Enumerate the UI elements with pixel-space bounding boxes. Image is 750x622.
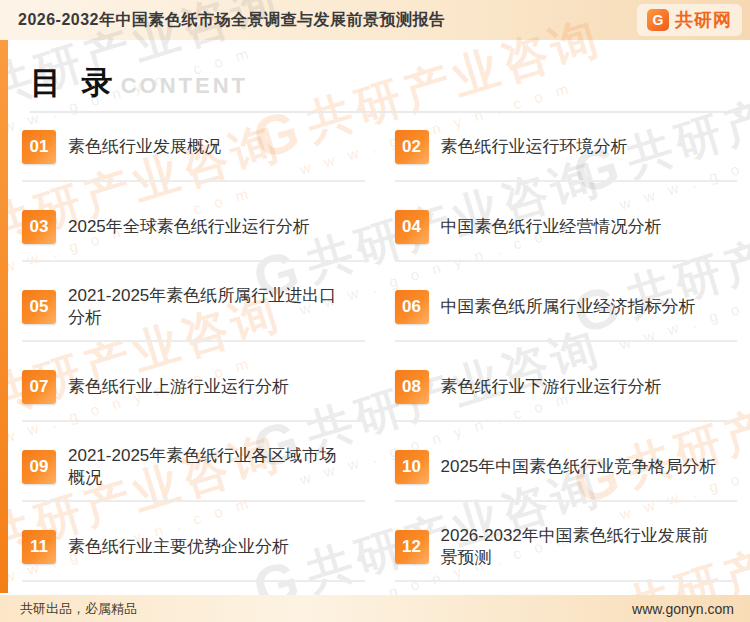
toc-item-03: 03 2025年全球素色纸行业运行分析 [22,198,365,278]
item-label: 素色纸行业运行环境分析 [441,136,628,158]
brand-logo: G 共研网 [637,4,742,36]
toc-heading: 目 录 CONTENT [30,62,248,104]
toc-heading-en: CONTENT [121,73,248,99]
toc-heading-zh: 目 录 [30,62,119,104]
item-label: 素色纸行业下游行业运行分析 [441,376,662,398]
toc-item-09: 09 2021-2025年素色纸行业各区域市场概况 [22,438,365,518]
footer-slogan: 共研出品，必属精品 [20,600,137,618]
toc-item-05: 05 2021-2025年素色纸所属行业进出口分析 [22,278,365,358]
item-number-badge: 01 [22,130,56,164]
toc-item-12: 12 2026-2032年中国素色纸行业发展前景预测 [395,518,738,598]
logo-text: 共研网 [675,8,732,32]
toc-item-11: 11 素色纸行业主要优势企业分析 [22,518,365,598]
toc-item-10: 10 2025年中国素色纸行业竞争格局分析 [395,438,738,518]
toc-item-08: 08 素色纸行业下游行业运行分析 [395,358,738,438]
item-number-badge: 03 [22,210,56,244]
item-number-badge: 08 [395,370,429,404]
toc-item-04: 04 中国素色纸行业经营情况分析 [395,198,738,278]
item-label: 2026-2032年中国素色纸行业发展前景预测 [441,525,723,570]
footer-website: www.gonyn.com [632,601,734,617]
item-number-badge: 04 [395,210,429,244]
item-label: 素色纸行业上游行业运行分析 [68,376,289,398]
toc-grid: 01 素色纸行业发展概况 02 素色纸行业运行环境分析 03 2025年全球素色… [22,118,737,598]
item-number-badge: 02 [395,130,429,164]
item-label: 中国素色纸行业经营情况分析 [441,216,662,238]
toc-item-01: 01 素色纸行业发展概况 [22,118,365,198]
item-number-badge: 10 [395,450,429,484]
item-number-badge: 09 [22,450,56,484]
logo-g-icon: G [647,9,669,31]
toc-item-06: 06 中国素色纸所属行业经济指标分析 [395,278,738,358]
item-label: 素色纸行业主要优势企业分析 [68,536,289,558]
toc-item-07: 07 素色纸行业上游行业运行分析 [22,358,365,438]
footer-bar: 共研出品，必属精品 www.gonyn.com [0,595,750,622]
item-number-badge: 05 [22,290,56,324]
item-label: 2025年全球素色纸行业运行分析 [68,216,310,238]
item-label: 中国素色纸所属行业经济指标分析 [441,296,696,318]
report-toc-page: 2026-2032年中国素色纸市场全景调查与发展前景预测报告 G 共研网 G共研… [0,0,750,622]
item-number-badge: 11 [22,530,56,564]
item-label: 素色纸行业发展概况 [68,136,221,158]
item-label: 2021-2025年素色纸所属行业进出口分析 [68,285,350,330]
item-number-badge: 07 [22,370,56,404]
item-number-badge: 06 [395,290,429,324]
heading-divider [30,111,742,113]
item-label: 2025年中国素色纸行业竞争格局分析 [441,456,717,478]
toc-content: 目 录 CONTENT 01 素色纸行业发展概况 02 素色纸行业运行环境分析 … [0,40,750,593]
toc-item-02: 02 素色纸行业运行环境分析 [395,118,738,198]
item-label: 2021-2025年素色纸行业各区域市场概况 [68,445,350,490]
report-title: 2026-2032年中国素色纸市场全景调查与发展前景预测报告 [18,0,446,40]
item-number-badge: 12 [395,530,429,564]
